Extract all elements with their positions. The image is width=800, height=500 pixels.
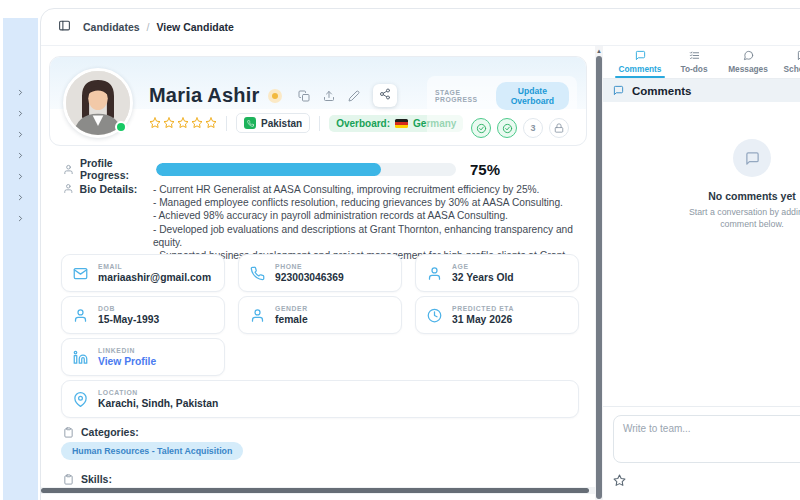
comments-header: Comments (603, 79, 800, 102)
update-overboard-button[interactable]: Update Overboard (496, 82, 569, 110)
info-card-label: LINKEDIN (98, 347, 156, 354)
info-card-label: DOB (98, 305, 159, 312)
comment-input[interactable] (613, 415, 800, 463)
rail-expand-button[interactable] (13, 170, 29, 182)
stage-step-locked[interactable] (549, 118, 569, 138)
star-rating[interactable] (149, 117, 217, 129)
tab-comments[interactable]: Comments (613, 46, 667, 78)
empty-state-bubble (733, 139, 771, 177)
stage-progress-label: STAGE PROGRESS (435, 89, 489, 103)
comment-composer (603, 406, 800, 500)
info-card-age: AGE32 Years Old (415, 254, 579, 292)
todo-icon (689, 50, 700, 61)
comments-empty-state: No comments yet Start a conversation by … (603, 139, 800, 230)
divider (319, 116, 320, 131)
tab-to-dos[interactable]: To-dos (667, 46, 721, 78)
rail-expand-button[interactable] (13, 107, 29, 119)
vertical-scrollbar[interactable]: ▲ (595, 46, 603, 500)
categories-row: Categories: (63, 426, 139, 438)
rating-star-icon[interactable] (205, 117, 217, 129)
bio-bullet: Current HR Generalist at AASA Consulting… (153, 183, 595, 196)
info-card-location: LOCATIONKarachi, Sindh, Pakistan (61, 380, 579, 418)
breadcrumb-separator: / (147, 21, 150, 33)
info-card-dob: DOB15-May-1993 (61, 296, 225, 334)
bio-bullet: Developed job evaluations and descriptio… (153, 223, 595, 249)
edit-pencil-icon[interactable] (348, 90, 360, 102)
rail-expand-button[interactable] (13, 212, 29, 224)
info-card-gender: GENDERfemale (238, 296, 402, 334)
info-card-value: 31 May 2026 (452, 314, 514, 325)
pin-icon (73, 392, 88, 407)
favorite-button[interactable] (613, 474, 626, 490)
upload-icon[interactable] (323, 90, 335, 102)
info-card-label: LOCATION (98, 389, 218, 396)
whatsapp-icon (244, 117, 256, 129)
chevron-right-icon (16, 172, 25, 181)
rail-expand-button[interactable] (13, 86, 29, 98)
comment-icon (797, 50, 800, 61)
breadcrumb-view-candidate[interactable]: View Candidate (157, 21, 234, 33)
rating-star-icon[interactable] (149, 117, 161, 129)
chevron-right-icon (16, 130, 25, 139)
profile-progress-label: Profile Progress: (80, 157, 156, 181)
sidebar-toggle-button[interactable] (58, 19, 71, 35)
profile-actions (298, 84, 397, 107)
info-card-value: female (275, 314, 308, 325)
person-icon (73, 308, 88, 323)
info-card-value: 32 Years Old (452, 272, 514, 283)
info-card-value[interactable]: View Profile (98, 356, 156, 367)
clock-icon (427, 308, 442, 323)
category-tag: Human Resources - Talent Acquisition (61, 442, 243, 460)
left-rail (3, 18, 38, 500)
stage-step-number[interactable]: 3 (523, 118, 543, 138)
rating-star-icon[interactable] (191, 117, 203, 129)
check-circle-icon (476, 123, 487, 134)
progress-bar-fill (156, 163, 381, 176)
main-window: Candidates / View Candidate (40, 8, 800, 500)
copy-icon[interactable] (298, 90, 310, 102)
tab-schedule[interactable]: Schedule (775, 46, 800, 78)
category-tags: Human Resources - Talent Acquisition (61, 442, 243, 460)
person-icon (63, 164, 74, 175)
info-card-label: PHONE (275, 263, 344, 270)
rating-star-icon[interactable] (163, 117, 175, 129)
stage-step-complete[interactable] (471, 118, 491, 138)
bio-bullet: Achieved 98% accuracy in payroll adminis… (153, 209, 595, 222)
scrollbar-up-arrow[interactable]: ▲ (596, 48, 602, 54)
country-label: Pakistan (261, 118, 302, 129)
star-icon (613, 474, 626, 487)
horizontal-scrollbar-thumb[interactable] (41, 488, 589, 493)
profile-progress-row: Profile Progress: 75% (63, 157, 500, 181)
chevron-right-icon (16, 214, 25, 223)
share-icon (379, 88, 391, 100)
rating-star-icon[interactable] (177, 117, 189, 129)
horizontal-scrollbar[interactable] (41, 487, 595, 494)
avatar (63, 68, 133, 138)
chevron-right-icon (16, 88, 25, 97)
info-card-linkedin: LINKEDINView Profile (61, 338, 225, 376)
country-badge: Pakistan (236, 113, 310, 133)
progress-percent: 75% (470, 161, 500, 178)
profile-card: Maria Ashir Pakistan (49, 56, 587, 146)
divider (226, 116, 227, 131)
vertical-scrollbar-thumb[interactable] (596, 56, 602, 499)
stage-step-complete[interactable] (497, 118, 517, 138)
check-circle-icon (502, 123, 513, 134)
person-icon (63, 183, 74, 194)
tab-messages[interactable]: Messages (721, 46, 775, 78)
rail-expand-button[interactable] (13, 191, 29, 203)
comments-header-title: Comments (632, 85, 691, 97)
info-card-value: Karachi, Sindh, Pakistan (98, 398, 218, 409)
name-row: Maria Ashir (149, 84, 397, 107)
chevron-right-icon (16, 151, 25, 160)
breadcrumb-candidates[interactable]: Candidates (83, 21, 140, 33)
panel-toggle-icon (58, 19, 71, 32)
online-status-dot (115, 121, 127, 133)
bio-bullet: Managed employee conflicts resolution, r… (153, 196, 595, 209)
rail-expand-button[interactable] (13, 128, 29, 140)
info-card-phone: PHONE923003046369 (238, 254, 402, 292)
info-cards-grid: EMAILmariaashir@gmail.comPHONE9230030463… (61, 254, 579, 418)
rail-expand-button[interactable] (13, 149, 29, 161)
share-button[interactable] (373, 84, 397, 107)
stage-progress-box: STAGE PROGRESS Update Overboard 3 (427, 76, 577, 144)
